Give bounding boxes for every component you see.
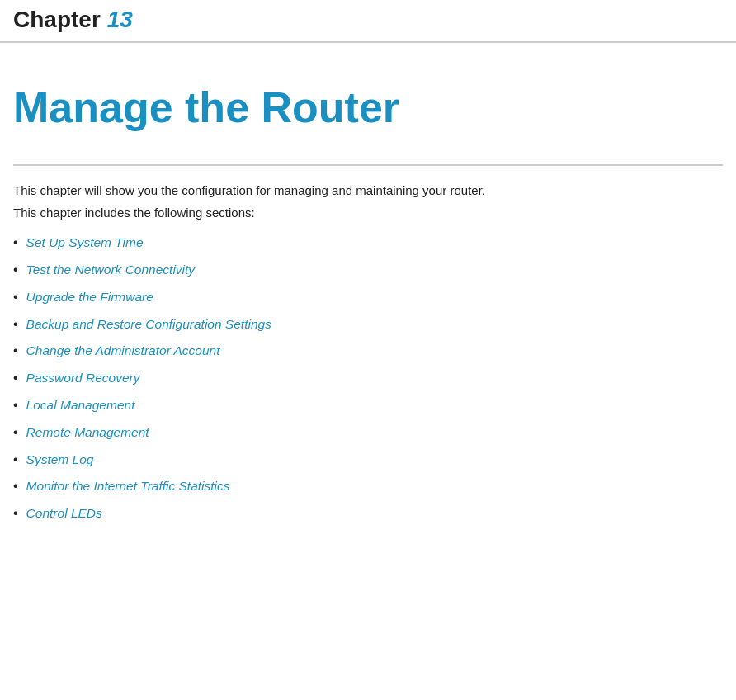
bullet-icon: • [13, 421, 18, 445]
main-content: Manage the Router This chapter will show… [0, 43, 736, 546]
bullet-icon: • [13, 367, 18, 390]
section-link[interactable]: Change the Administrator Account [26, 339, 220, 362]
list-item[interactable]: •Set Up System Time [13, 231, 723, 255]
bullet-icon: • [13, 313, 18, 337]
bullet-icon: • [13, 394, 18, 418]
page-title: Manage the Router [13, 84, 723, 131]
section-link[interactable]: Local Management [26, 394, 135, 417]
section-link[interactable]: Test the Network Connectivity [26, 258, 195, 281]
section-list: •Set Up System Time•Test the Network Con… [13, 231, 723, 526]
section-link[interactable]: Remote Management [26, 421, 149, 444]
bullet-icon: • [13, 258, 18, 282]
section-link[interactable]: System Log [26, 448, 94, 471]
section-link[interactable]: Backup and Restore Configuration Setting… [26, 313, 271, 336]
bullet-icon: • [13, 475, 18, 499]
section-link[interactable]: Control LEDs [26, 502, 102, 525]
section-link[interactable]: Upgrade the Firmware [26, 286, 153, 309]
intro-text-line1: This chapter will show you the configura… [13, 181, 723, 201]
chapter-number-label: 13 [107, 7, 133, 33]
bullet-icon: • [13, 286, 18, 310]
list-item[interactable]: •Monitor the Internet Traffic Statistics [13, 475, 723, 499]
bullet-icon: • [13, 448, 18, 472]
bullet-icon: • [13, 502, 18, 526]
list-item[interactable]: •Change the Administrator Account [13, 339, 723, 363]
list-item[interactable]: •Local Management [13, 394, 723, 418]
bullet-icon: • [13, 339, 18, 363]
list-item[interactable]: •System Log [13, 448, 723, 472]
list-item[interactable]: •Test the Network Connectivity [13, 258, 723, 282]
chapter-word-label: Chapter [13, 7, 101, 33]
title-divider [13, 164, 723, 166]
section-link[interactable]: Monitor the Internet Traffic Statistics [26, 475, 230, 498]
list-item[interactable]: •Remote Management [13, 421, 723, 445]
section-link[interactable]: Set Up System Time [26, 231, 144, 254]
bullet-icon: • [13, 231, 18, 255]
list-item[interactable]: •Password Recovery [13, 367, 723, 390]
intro-text-line2: This chapter includes the following sect… [13, 206, 723, 220]
list-item[interactable]: •Upgrade the Firmware [13, 286, 723, 310]
chapter-header: Chapter 13 [0, 0, 736, 43]
section-link[interactable]: Password Recovery [26, 367, 140, 390]
list-item[interactable]: •Backup and Restore Configuration Settin… [13, 313, 723, 337]
list-item[interactable]: •Control LEDs [13, 502, 723, 526]
